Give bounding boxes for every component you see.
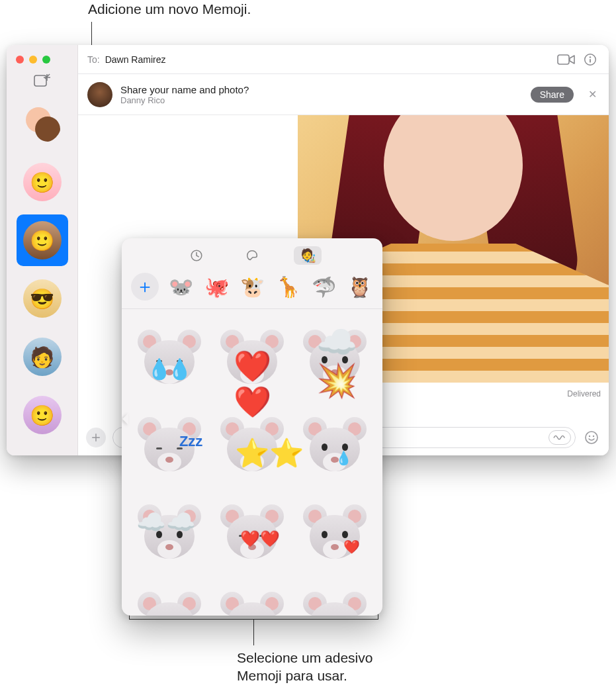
add-memoji-button[interactable]: ＋ bbox=[131, 273, 159, 301]
callout-select-sticker: Selecione um adesivo Memoji para usar. bbox=[237, 649, 373, 685]
delivery-status: Delivered bbox=[567, 389, 601, 398]
callout-text-line2: Memoji para usar. bbox=[237, 667, 373, 684]
svg-point-6 bbox=[589, 436, 590, 437]
sidebar-item-conversation[interactable]: 🧑 bbox=[17, 331, 68, 383]
to-name: Dawn Ramirez bbox=[105, 54, 166, 65]
memoji-tab-icon: 🧑‍🎨 bbox=[300, 248, 316, 263]
apps-button[interactable] bbox=[86, 428, 106, 447]
memoji-tab-row: 🧑‍🎨 bbox=[122, 238, 382, 270]
to-label: To: bbox=[87, 54, 100, 65]
avatar bbox=[23, 105, 62, 143]
avatar: 🙂 bbox=[23, 396, 62, 434]
banner-text: Share your name and photo? Danny Rico bbox=[120, 84, 249, 105]
sticker-mouse-angry[interactable] bbox=[212, 578, 292, 616]
memoji-character-row: ＋ 🐭 🐙 🐮 🦒 🦈 🦉 bbox=[122, 270, 382, 309]
details-info-button[interactable] bbox=[581, 52, 599, 67]
close-window-button[interactable] bbox=[16, 56, 24, 64]
conversation-sidebar: 🙂 🙂 😎 🧑 🙂 bbox=[7, 45, 78, 455]
svg-point-7 bbox=[593, 436, 594, 437]
memoji-character-shark[interactable]: 🦈 bbox=[310, 273, 337, 301]
banner-title: Share your name and photo? bbox=[120, 84, 249, 95]
tab-stickers[interactable] bbox=[238, 246, 266, 265]
tab-memoji[interactable]: 🧑‍🎨 bbox=[294, 246, 322, 265]
sticker-mouse-star-struck[interactable]: ⭐⭐ bbox=[212, 403, 292, 488]
sticker-mouse-worried[interactable] bbox=[130, 578, 210, 616]
sidebar-item-conversation[interactable]: 😎 bbox=[17, 273, 68, 324]
avatar: 🙂 bbox=[23, 221, 62, 259]
callout-add-memoji: Adicione um novo Memoji. bbox=[88, 1, 251, 17]
banner-subtitle: Danny Rico bbox=[120, 95, 249, 105]
svg-rect-1 bbox=[558, 55, 569, 64]
avatar: 😎 bbox=[23, 279, 62, 318]
conversation-header: To: Dawn Ramirez bbox=[78, 45, 609, 74]
memoji-character-giraffe[interactable]: 🦒 bbox=[274, 273, 302, 301]
zoom-window-button[interactable] bbox=[42, 56, 50, 64]
sticker-mouse-heart-cheek[interactable]: ❤️ bbox=[294, 490, 374, 575]
compose-button[interactable] bbox=[33, 73, 52, 89]
emoji-picker-button[interactable] bbox=[582, 428, 601, 447]
share-button[interactable]: Share bbox=[531, 87, 574, 103]
sticker-mouse-in-clouds[interactable]: ☁️☁️ bbox=[130, 490, 210, 575]
callout-line bbox=[253, 619, 254, 645]
minimize-window-button[interactable] bbox=[29, 56, 37, 64]
memoji-character-mouse[interactable]: 🐭 bbox=[167, 273, 195, 301]
avatar bbox=[87, 82, 112, 107]
window-controls bbox=[7, 49, 77, 70]
tab-recents[interactable] bbox=[183, 246, 210, 265]
sticker-mouse-sleeping[interactable]: Zzz bbox=[130, 403, 210, 488]
memoji-character-owl[interactable]: 🦉 bbox=[345, 273, 373, 301]
avatar: 🙂 bbox=[23, 163, 62, 201]
sidebar-item-conversation[interactable] bbox=[17, 98, 68, 150]
share-name-photo-banner: Share your name and photo? Danny Rico Sh… bbox=[78, 74, 609, 115]
callout-text-line1: Selecione um adesivo bbox=[237, 649, 373, 667]
memoji-character-cow[interactable]: 🐮 bbox=[238, 273, 266, 301]
facetime-video-button[interactable] bbox=[557, 52, 576, 67]
audio-message-button[interactable] bbox=[549, 430, 571, 445]
sticker-mouse-sad-tear[interactable]: 💧 bbox=[294, 403, 374, 488]
sidebar-item-conversation[interactable]: 🙂 bbox=[17, 156, 68, 208]
sticker-mouse-kiss-hearts[interactable]: ❤️❤️ bbox=[212, 490, 292, 575]
memoji-sticker-grid: 💧💧 ❤️❤️ ☁️💥 Zzz ⭐⭐ 💧 bbox=[122, 309, 382, 616]
sidebar-item-conversation[interactable]: 🙂 bbox=[17, 214, 68, 266]
svg-point-3 bbox=[590, 56, 591, 58]
avatar: 🧑 bbox=[23, 338, 62, 376]
dismiss-banner-button[interactable]: ✕ bbox=[582, 88, 599, 101]
sticker-mouse-heart-eyes[interactable]: ❤️❤️ bbox=[212, 316, 292, 400]
memoji-sticker-panel: 🧑‍🎨 ＋ 🐭 🐙 🐮 🦒 🦈 🦉 💧💧 ❤️❤️ ☁️💥 bbox=[122, 238, 382, 616]
svg-point-5 bbox=[586, 432, 597, 443]
memoji-character-octopus[interactable]: 🐙 bbox=[202, 273, 230, 301]
sidebar-item-conversation[interactable]: 🙂 bbox=[17, 389, 68, 441]
sticker-mouse-laugh-tears[interactable]: 💧💧 bbox=[130, 316, 210, 400]
sticker-mouse-mind-blown[interactable]: ☁️💥 bbox=[294, 316, 374, 400]
sticker-mouse-sweat[interactable]: 💧 bbox=[294, 578, 374, 616]
svg-rect-4 bbox=[590, 59, 591, 63]
